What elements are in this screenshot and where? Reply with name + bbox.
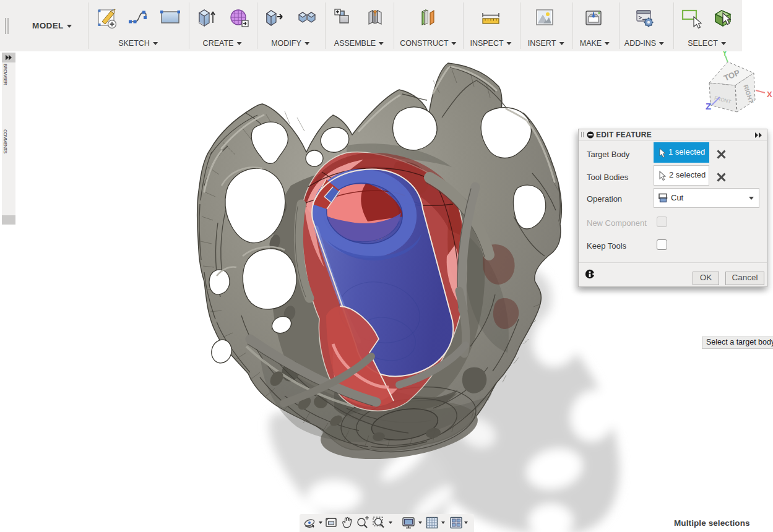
svg-text:X: X: [767, 90, 772, 99]
svg-text:Z: Z: [706, 101, 711, 111]
